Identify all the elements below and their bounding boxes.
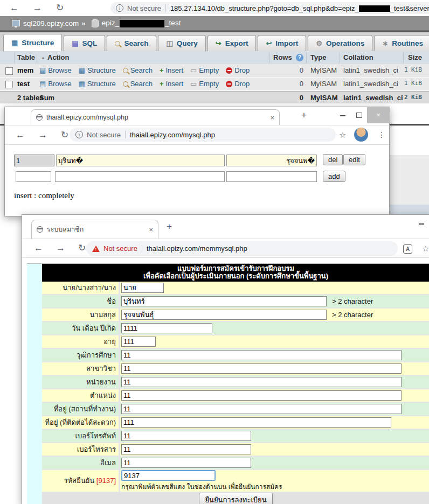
tab-close-icon[interactable]: × (270, 114, 274, 122)
tab-structure[interactable]: ▦Structure (3, 34, 62, 51)
action-search[interactable]: Search (123, 80, 153, 88)
maximize-icon[interactable] (356, 113, 362, 118)
action-search[interactable]: Search (123, 66, 153, 74)
bookmark-star-icon[interactable]: ☆ (339, 130, 346, 140)
field-input[interactable] (121, 390, 402, 401)
action-label: Browse (48, 80, 71, 88)
col-header-rows[interactable]: Rows (273, 53, 292, 61)
row-checkbox[interactable] (5, 81, 13, 88)
edit-button[interactable]: edit (343, 154, 365, 165)
form-row: ที่อยู่ (สถานที่ทำงาน) (42, 403, 429, 416)
action-drop[interactable]: Drop (226, 66, 250, 74)
forward-icon[interactable]: → (56, 240, 65, 256)
col-header-table[interactable]: Table (17, 53, 35, 61)
submit-button[interactable]: ยืนยันการลงทะเบียน (199, 493, 272, 504)
col-header-size[interactable]: Size (396, 53, 422, 61)
field-input[interactable] (121, 337, 156, 347)
field-input[interactable] (121, 283, 164, 293)
tab-sql[interactable]: ▤SQL (64, 35, 105, 51)
action-insert[interactable]: +Insert (160, 80, 183, 88)
back-icon[interactable]: ← (16, 127, 25, 143)
back-icon[interactable]: ← (34, 240, 43, 256)
reload-icon[interactable]: ↻ (61, 127, 68, 143)
new-tab-icon[interactable]: + (301, 110, 307, 121)
warning-icon[interactable] (92, 246, 100, 252)
col-header-collation[interactable]: Collation (343, 53, 373, 61)
new-name-field[interactable] (55, 171, 225, 182)
reload-icon[interactable]: ↻ (78, 240, 86, 256)
minimize-icon[interactable] (340, 115, 345, 116)
tab-query[interactable]: ◫Query (158, 35, 205, 51)
tab-search[interactable]: Search (107, 35, 156, 51)
record-surname-field[interactable] (226, 155, 317, 166)
translate-icon[interactable] (403, 244, 412, 254)
field-input[interactable] (121, 363, 402, 374)
delete-button[interactable]: del (323, 154, 343, 165)
tab-import[interactable]: ↩Import (258, 35, 306, 51)
new-tab-icon[interactable]: + (167, 221, 172, 232)
info-icon[interactable] (75, 131, 83, 138)
action-structure[interactable]: ▦Structure (79, 66, 116, 74)
action-empty[interactable]: ▭Empty (190, 66, 219, 74)
collation-value: latin1_swedish_ci (343, 66, 398, 74)
table-name[interactable]: mem (17, 66, 33, 74)
new-surname-field[interactable] (226, 171, 317, 182)
field-input[interactable] (121, 296, 327, 306)
sum-rows: 0 (280, 94, 303, 102)
breadcrumb-db[interactable]: epiz__test (102, 19, 181, 27)
field-cell (120, 282, 429, 294)
menu-dots-icon[interactable]: ⋮ (378, 130, 385, 139)
tab-mysql[interactable]: thaiall.epizy.com/mysql.php × (31, 109, 280, 125)
form-title-line1: แบบฟอร์มการสมัครเข้ารับการฝึกอบรม (42, 265, 429, 272)
action-drop[interactable]: Drop (226, 80, 250, 88)
status-text: insert : completely (14, 191, 74, 200)
field-note: > 2 character (332, 297, 373, 305)
action-empty[interactable]: ▭Empty (190, 80, 219, 88)
sql-icon: ▤ (72, 40, 78, 47)
close-icon[interactable] (367, 107, 390, 123)
bookmark-star-icon[interactable]: ☆ (422, 244, 429, 254)
row-checkbox[interactable] (5, 67, 13, 75)
divider (125, 131, 126, 138)
field-input[interactable] (121, 310, 327, 320)
new-id-field[interactable] (16, 171, 51, 182)
help-icon[interactable] (296, 54, 303, 61)
field-label: รหัสยืนยัน [9137] (42, 470, 120, 492)
action-structure[interactable]: ▦Structure (79, 80, 116, 88)
address-bar[interactable]: Not secure 185.27.134.10/db_structure.ph… (110, 2, 429, 14)
record-name-field[interactable] (56, 155, 225, 166)
address-bar[interactable]: Not secure thaiall.epizy.com/mysql.php (70, 128, 336, 142)
field-input[interactable] (121, 444, 251, 454)
back-icon[interactable]: ← (10, 0, 19, 16)
tab-operations[interactable]: ⚙Operations (308, 35, 372, 51)
table-name[interactable]: test (17, 80, 30, 88)
field-input[interactable] (121, 377, 402, 387)
tab-export[interactable]: ↪Export (207, 35, 257, 51)
col-header-type[interactable]: Type (310, 53, 326, 61)
action-browse[interactable]: ▤Browse (39, 66, 72, 74)
reload-icon[interactable]: ↻ (56, 0, 64, 16)
breadcrumb-host[interactable]: sql209.epizy.com (23, 19, 79, 27)
field-input[interactable] (121, 431, 251, 441)
tab-routines[interactable]: ∗Routines (374, 35, 429, 51)
field-input[interactable] (121, 323, 212, 333)
forward-icon[interactable]: → (33, 0, 42, 16)
sum-type: MyISAM (310, 94, 338, 102)
captcha-input[interactable] (121, 470, 216, 481)
field-input[interactable] (121, 417, 391, 428)
info-icon[interactable] (116, 4, 123, 12)
add-button[interactable]: add (323, 171, 345, 182)
address-bar[interactable]: Not secure thaiall.epizy.com/memmysql.ph… (86, 241, 398, 256)
tab-member[interactable]: ระบบสมาชิก × (31, 220, 158, 239)
action-browse[interactable]: ▤Browse (39, 80, 72, 88)
field-cell (120, 430, 429, 442)
avatar[interactable] (354, 128, 368, 142)
tab-close-icon[interactable]: × (149, 226, 153, 234)
field-input[interactable] (121, 458, 251, 468)
record-id-field[interactable] (14, 155, 54, 166)
forward-icon[interactable]: → (38, 127, 47, 143)
field-input[interactable] (121, 404, 402, 414)
minimize-icon[interactable] (419, 223, 424, 225)
field-input[interactable] (121, 350, 402, 360)
action-insert[interactable]: +Insert (160, 66, 183, 74)
